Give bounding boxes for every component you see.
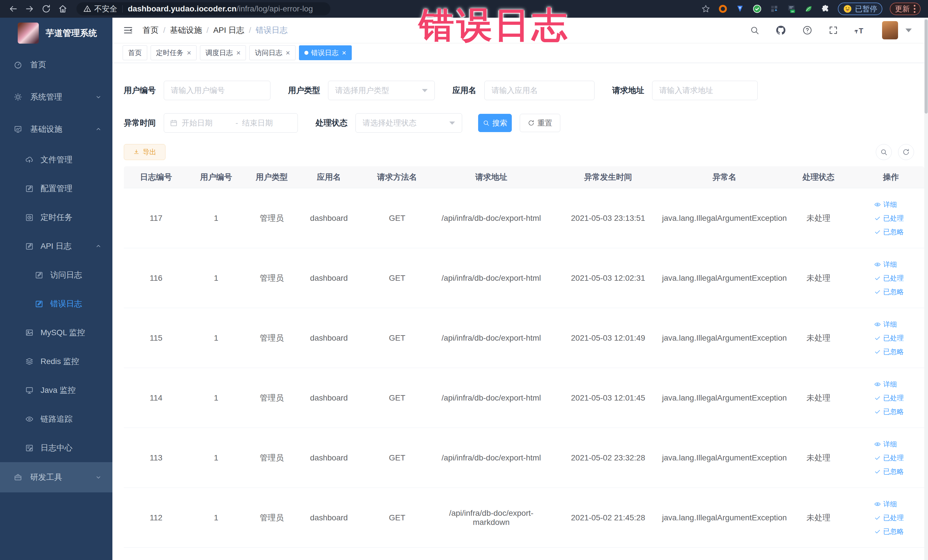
sidebar-item-log-center[interactable]: 日志中心 bbox=[0, 433, 112, 462]
layers-icon bbox=[25, 357, 34, 366]
main-area: 首页 / 基础设施 / API 日志 / 错误日志 TT 首页 bbox=[112, 18, 924, 560]
exception-time-range-picker[interactable]: 开始日期 - 结束日期 bbox=[164, 113, 298, 133]
extension-blue-pin-icon[interactable] bbox=[735, 4, 745, 14]
browser-home-button[interactable] bbox=[57, 3, 69, 15]
sidebar-item-file-management[interactable]: 文件管理 bbox=[0, 145, 112, 174]
font-size-icon[interactable]: TT bbox=[854, 25, 866, 35]
update-label: 更新 bbox=[895, 4, 910, 14]
table-row: 112 1 管理员 dashboard GET /api/infra/db-do… bbox=[124, 488, 924, 548]
scrollbar-thumb[interactable] bbox=[925, 20, 928, 113]
user-type-label: 用户类型 bbox=[288, 85, 320, 96]
refresh-table-button[interactable] bbox=[898, 144, 914, 160]
toggle-search-button[interactable] bbox=[876, 144, 892, 160]
mark-processed-link[interactable]: 已处理 bbox=[874, 453, 904, 462]
security-warning-icon[interactable] bbox=[83, 5, 91, 13]
breadcrumb-infrastructure[interactable]: 基础设施 bbox=[170, 25, 202, 36]
hamburger-icon[interactable] bbox=[123, 25, 133, 36]
sidebar-item-dev-tools[interactable]: 研发工具 bbox=[0, 462, 112, 492]
detail-link[interactable]: 详细 bbox=[874, 320, 897, 329]
detail-link[interactable]: 详细 bbox=[874, 380, 897, 389]
edit-icon bbox=[35, 271, 43, 279]
mark-processed-link[interactable]: 已处理 bbox=[874, 513, 904, 522]
extension-leaf-icon[interactable] bbox=[804, 4, 814, 14]
user-menu-caret-icon[interactable] bbox=[905, 29, 912, 32]
mark-ignored-link[interactable]: 已忽略 bbox=[874, 347, 904, 356]
extension-orange-icon[interactable] bbox=[718, 4, 728, 14]
user-id-input[interactable] bbox=[164, 81, 270, 100]
extension-switch-on-icon[interactable]: on bbox=[786, 4, 796, 14]
user-avatar[interactable] bbox=[882, 21, 898, 40]
mark-ignored-link[interactable]: 已忽略 bbox=[874, 467, 904, 476]
check-icon bbox=[874, 528, 881, 535]
profile-paused-chip[interactable]: 已暂停 bbox=[838, 3, 882, 15]
browser-address-bar[interactable]: 不安全 dashboard.yudao.iocoder.cn /infra/lo… bbox=[76, 2, 330, 15]
tab-access-log[interactable]: 访问日志 × bbox=[249, 45, 295, 60]
download-icon bbox=[133, 149, 140, 156]
chevron-down-icon bbox=[95, 473, 102, 481]
close-icon[interactable]: × bbox=[342, 49, 346, 56]
paused-label: 已暂停 bbox=[855, 4, 877, 14]
mark-ignored-link[interactable]: 已忽略 bbox=[874, 407, 904, 416]
github-icon[interactable] bbox=[775, 25, 786, 36]
browser-menu-icon[interactable] bbox=[914, 5, 916, 13]
mark-processed-link[interactable]: 已处理 bbox=[874, 273, 904, 283]
close-icon[interactable]: × bbox=[236, 49, 241, 56]
log-document-icon bbox=[25, 444, 34, 452]
sidebar-item-tracing[interactable]: 链路追踪 bbox=[0, 404, 112, 433]
sidebar-item-java-monitor[interactable]: Java 监控 bbox=[0, 376, 112, 404]
mark-processed-link[interactable]: 已处理 bbox=[874, 394, 904, 403]
sidebar-item-error-log[interactable]: 错误日志 bbox=[0, 289, 112, 318]
breadcrumb-home[interactable]: 首页 bbox=[143, 25, 159, 36]
browser-forward-button[interactable] bbox=[24, 3, 35, 15]
detail-link[interactable]: 详细 bbox=[874, 499, 897, 509]
mark-processed-link[interactable]: 已处理 bbox=[874, 214, 904, 223]
export-button[interactable]: 导出 bbox=[124, 144, 165, 160]
mark-ignored-link[interactable]: 已忽略 bbox=[874, 527, 904, 536]
search-button[interactable]: 搜索 bbox=[478, 114, 512, 132]
user-type-select[interactable]: 请选择用户类型 bbox=[328, 81, 435, 100]
detail-link[interactable]: 详细 bbox=[874, 200, 897, 209]
sidebar-item-scheduled-jobs[interactable]: 定时任务 bbox=[0, 203, 112, 232]
sidebar-item-redis-monitor[interactable]: Redis 监控 bbox=[0, 347, 112, 376]
extensions-puzzle-icon[interactable] bbox=[821, 4, 830, 14]
bookmark-star-icon[interactable] bbox=[701, 4, 711, 14]
refresh-icon bbox=[902, 148, 910, 156]
process-status-select[interactable]: 请选择处理状态 bbox=[356, 113, 462, 133]
sidebar-item-api-log[interactable]: API 日志 bbox=[0, 232, 112, 261]
reset-button[interactable]: 重置 bbox=[520, 114, 560, 132]
sidebar-item-infrastructure[interactable]: 基础设施 bbox=[0, 113, 112, 145]
breadcrumb-api-log[interactable]: API 日志 bbox=[214, 25, 244, 36]
app-name-input[interactable] bbox=[484, 81, 595, 100]
sidebar-item-config-management[interactable]: 配置管理 bbox=[0, 174, 112, 203]
mark-processed-link[interactable]: 已处理 bbox=[874, 334, 904, 343]
sidebar-item-access-log[interactable]: 访问日志 bbox=[0, 261, 112, 289]
extension-green-check-icon[interactable] bbox=[752, 4, 762, 14]
tab-scheduled-jobs[interactable]: 定时任务 × bbox=[151, 45, 197, 60]
sidebar-item-home[interactable]: 首页 bbox=[0, 49, 112, 81]
help-icon[interactable] bbox=[802, 25, 812, 35]
browser-reload-button[interactable] bbox=[41, 3, 52, 15]
mark-ignored-link[interactable]: 已忽略 bbox=[874, 287, 904, 296]
fullscreen-icon[interactable] bbox=[829, 25, 838, 35]
close-icon[interactable]: × bbox=[187, 49, 191, 56]
page-scrollbar[interactable] bbox=[924, 18, 928, 560]
tab-home[interactable]: 首页 bbox=[123, 45, 147, 60]
app-name-label: 应用名 bbox=[452, 85, 476, 96]
table-toolbar: 导出 bbox=[124, 144, 924, 160]
tab-schedule-log[interactable]: 调度日志 × bbox=[200, 45, 246, 60]
sidebar-item-mysql-monitor[interactable]: MySQL 监控 bbox=[0, 318, 112, 347]
browser-update-chip[interactable]: 更新 bbox=[890, 3, 920, 15]
search-icon[interactable] bbox=[750, 25, 759, 35]
chevron-down-icon bbox=[95, 93, 102, 101]
browser-back-button[interactable] bbox=[8, 3, 19, 15]
check-icon bbox=[874, 455, 881, 461]
close-icon[interactable]: × bbox=[285, 49, 290, 56]
mark-ignored-link[interactable]: 已忽略 bbox=[874, 227, 904, 237]
tab-error-log[interactable]: 错误日志 × bbox=[299, 45, 352, 60]
extension-grid-icon[interactable] bbox=[769, 4, 779, 14]
detail-link[interactable]: 详细 bbox=[874, 439, 897, 449]
request-url-input[interactable] bbox=[652, 81, 758, 100]
table-header-row: 日志编号 用户编号 用户类型 应用名 请求方法名 请求地址 异常发生时间 异常名… bbox=[124, 166, 924, 188]
detail-link[interactable]: 详细 bbox=[874, 260, 897, 269]
sidebar-item-system-management[interactable]: 系统管理 bbox=[0, 81, 112, 113]
